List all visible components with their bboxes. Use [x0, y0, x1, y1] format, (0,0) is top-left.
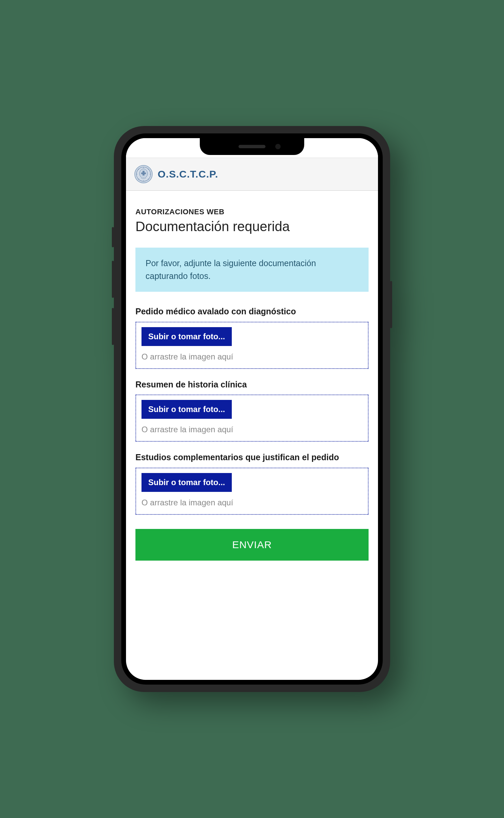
info-text: Por favor, adjunte la siguiente document… — [146, 257, 358, 282]
drag-hint: O arrastre la imagen aquí — [141, 425, 363, 434]
phone-volume-up — [112, 261, 114, 298]
dropzone-complementary-studies[interactable]: Subir o tomar foto... O arrastre la imag… — [135, 468, 369, 515]
app-logo-icon — [134, 165, 153, 184]
upload-group-complementary-studies: Estudios complementarios que justifican … — [135, 452, 369, 515]
phone-mute-switch — [112, 227, 114, 247]
upload-label: Pedido médico avalado con diagnóstico — [135, 306, 369, 317]
phone-power-button — [390, 281, 392, 328]
svg-point-13 — [141, 177, 146, 179]
page-title: Documentación requerida — [135, 219, 369, 234]
upload-button-clinical-history[interactable]: Subir o tomar foto... — [141, 400, 232, 419]
upload-group-medical-order: Pedido médico avalado con diagnóstico Su… — [135, 306, 369, 369]
phone-notch — [200, 138, 304, 155]
upload-label: Estudios complementarios que justifican … — [135, 452, 369, 463]
upload-button-complementary-studies[interactable]: Subir o tomar foto... — [141, 473, 232, 492]
app-header: O.S.C.T.C.P. — [126, 158, 378, 191]
section-label: AUTORIZACIONES WEB — [135, 208, 369, 216]
main-content: AUTORIZACIONES WEB Documentación requeri… — [126, 191, 378, 680]
upload-label: Resumen de historia clínica — [135, 379, 369, 390]
upload-group-clinical-history: Resumen de historia clínica Subir o toma… — [135, 379, 369, 442]
drag-hint: O arrastre la imagen aquí — [141, 498, 363, 507]
upload-button-medical-order[interactable]: Subir o tomar foto... — [141, 327, 232, 346]
phone-volume-down — [112, 308, 114, 345]
phone-frame: O.S.C.T.C.P. AUTORIZACIONES WEB Document… — [114, 126, 390, 692]
dropzone-medical-order[interactable]: Subir o tomar foto... O arrastre la imag… — [135, 322, 369, 369]
info-box: Por favor, adjunte la siguiente document… — [135, 248, 369, 292]
svg-rect-12 — [141, 172, 146, 174]
submit-button[interactable]: ENVIAR — [135, 529, 369, 561]
app-title: O.S.C.T.C.P. — [158, 168, 218, 180]
dropzone-clinical-history[interactable]: Subir o tomar foto... O arrastre la imag… — [135, 395, 369, 442]
drag-hint: O arrastre la imagen aquí — [141, 352, 363, 361]
